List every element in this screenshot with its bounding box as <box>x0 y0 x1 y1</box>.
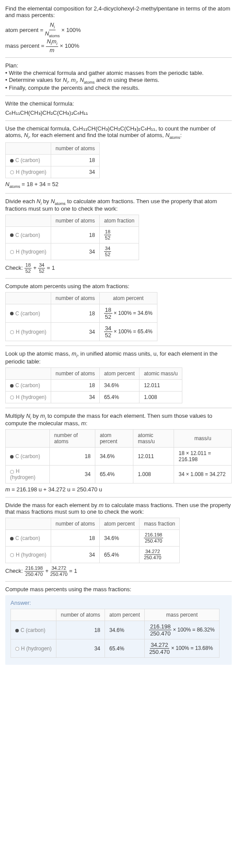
text: Check: <box>5 568 24 574</box>
cell-value: 34.6% <box>95 448 133 466</box>
element-name: C (carbon) <box>15 382 40 388</box>
divider <box>5 408 232 408</box>
col-header: mass/u <box>174 430 232 448</box>
fraction-icon: 34.272250.470 <box>144 549 161 560</box>
atomic-mass-table: number of atomsatom percentatomic mass/u… <box>5 367 182 403</box>
table-row: H (hydrogen) 34 3452 × 100% = 65.4% <box>6 323 157 341</box>
lookup-text: Look up the atomic mass, mi, in unified … <box>5 350 232 365</box>
atom-percent-formula: atom percent = Ni Natoms × 100% <box>5 22 232 38</box>
cell-value: 34 <box>51 391 100 403</box>
carbon-dot-icon <box>10 455 14 459</box>
cell-value: 65.4% <box>100 391 139 403</box>
table-row: H (hydrogen) 34 65.4% 34.272250.470 × 10… <box>11 639 220 658</box>
cell-value: 34 <box>56 639 105 658</box>
cell-value: 34 <box>51 166 100 178</box>
element-name: C (carbon) <box>15 535 40 541</box>
element-name: C (carbon) <box>15 453 40 459</box>
carbon-dot-icon <box>10 159 14 162</box>
plan-title: Plan: <box>5 62 232 69</box>
col-header: atomic mass/u <box>139 367 182 379</box>
carbon-dot-icon <box>10 233 14 237</box>
hydrogen-dot-icon <box>10 170 14 174</box>
divider <box>5 581 232 582</box>
cell-value: 18 <box>56 621 105 639</box>
col-header: number of atoms <box>51 215 100 227</box>
fraction-icon: 216.198250.470 <box>149 624 171 636</box>
element-name: H (hydrogen) <box>16 552 46 558</box>
table-row: C (carbon) 18 1852 × 100% = 34.6% <box>6 304 157 323</box>
text: Check: <box>5 265 24 271</box>
mass-fraction-table: number of atomsatom percentmass fraction… <box>5 518 180 563</box>
answer-box: Answer: number of atomsatom percentmass … <box>5 595 232 665</box>
fraction-icon: 1852 <box>104 307 112 320</box>
col-header: number of atoms <box>51 293 100 304</box>
divider <box>5 193 232 194</box>
table-row: C (carbon) 18 1852 <box>6 227 139 243</box>
col-header: number of atoms <box>56 609 105 621</box>
atom-percent-table: number of atomsatom percent C (carbon) 1… <box>5 292 157 341</box>
cell-value: × 100% = 86.32% <box>173 627 214 633</box>
hydrogen-dot-icon <box>10 330 14 334</box>
element-name: C (carbon) <box>15 232 40 238</box>
fraction-icon: 1852 <box>24 263 31 274</box>
cell-value: 18 <box>49 448 95 466</box>
table-row: C (carbon) 18 34.6% 12.011 <box>6 379 182 391</box>
fraction-icon: 34.272250.470 <box>50 566 68 577</box>
compute-mass-pct-text: Compute mass percents using the mass fra… <box>5 586 232 593</box>
fraction-icon: 3452 <box>104 246 111 257</box>
element-name: H (hydrogen) <box>16 394 46 400</box>
cell-value: 1.008 <box>139 391 182 403</box>
divider <box>5 497 232 498</box>
carbon-dot-icon <box>10 312 14 315</box>
table-row: C (carbon) 18 34.6% 216.198250.470 × 100… <box>11 621 220 639</box>
col-header: number of atoms <box>51 518 100 530</box>
multiply-text: Multiply Ni by mi to compute the mass fo… <box>5 413 232 427</box>
divide-ni-text: Divide each Ni by Natoms to calculate at… <box>5 198 232 212</box>
cell-value: 34 <box>49 466 95 483</box>
mass-table: number of atomsatom percentatomic mass/u… <box>5 429 232 483</box>
col-header: atom percent <box>100 518 139 530</box>
cell-value: 18 <box>51 379 100 391</box>
divide-mass-text: Divide the mass for each element by m to… <box>5 502 232 515</box>
hydrogen-dot-icon <box>10 553 14 557</box>
atoms-table: number of atoms C (carbon) 18 H (hydroge… <box>5 142 100 178</box>
fraction-icon: 216.198250.470 <box>24 566 44 577</box>
plan-item: • Determine values for Ni, mi, Natoms an… <box>5 77 232 85</box>
hydrogen-dot-icon <box>15 647 19 651</box>
element-name: H (hydrogen) <box>10 468 35 480</box>
table-row: C (carbon) 18 <box>6 154 100 166</box>
element-name: H (hydrogen) <box>16 169 46 175</box>
element-name: C (carbon) <box>21 627 45 633</box>
fraction-icon: Ni Natoms <box>45 22 60 38</box>
col-header: number of atoms <box>51 142 100 154</box>
fraction-icon: 34.272250.470 <box>149 642 170 655</box>
carbon-dot-icon <box>10 537 14 540</box>
chemical-formula: C₆H₁₁CH(CH₃)CH₂C(CH₃)₂C₆H₁₁ <box>5 109 232 116</box>
table-row: H (hydrogen) 34 65.4% 1.008 34 × 1.008 =… <box>6 466 232 483</box>
table-row: H (hydrogen) 34 65.4% 34.272250.470 <box>6 547 180 563</box>
element-name: C (carbon) <box>15 157 40 163</box>
element-name: H (hydrogen) <box>16 249 46 255</box>
times-100: × 100% <box>61 27 80 33</box>
cell-value: 12.011 <box>133 448 174 466</box>
hydrogen-dot-icon <box>10 470 14 474</box>
cell-value: 18 <box>51 227 100 243</box>
table-row: C (carbon) 18 34.6% 12.011 18 × 12.011 =… <box>6 448 232 466</box>
text: , for each element and find the total nu… <box>29 132 165 138</box>
cell-value: 34 <box>51 323 100 341</box>
text: = 1 <box>69 568 77 574</box>
divider <box>5 57 232 58</box>
divider <box>5 346 232 346</box>
col-header: atom percent <box>100 293 157 304</box>
mass-percent-label: mass percent = <box>5 42 44 49</box>
atom-percent-label: atom percent = <box>5 27 43 33</box>
check-equation: Check: 216.198250.470 + 34.272250.470 = … <box>5 566 232 577</box>
col-header: number of atoms <box>49 430 95 448</box>
cell-value: 1.008 <box>133 466 174 483</box>
atom-fraction-table: number of atomsatom fraction C (carbon) … <box>5 215 139 260</box>
table-row: C (carbon) 18 34.6% 216.198250.470 <box>6 530 180 547</box>
cell-value: 18 <box>51 154 100 166</box>
col-header: atom percent <box>95 430 133 448</box>
divider <box>5 120 232 121</box>
check-equation: Check: 1852 + 3452 = 1 <box>5 263 232 274</box>
